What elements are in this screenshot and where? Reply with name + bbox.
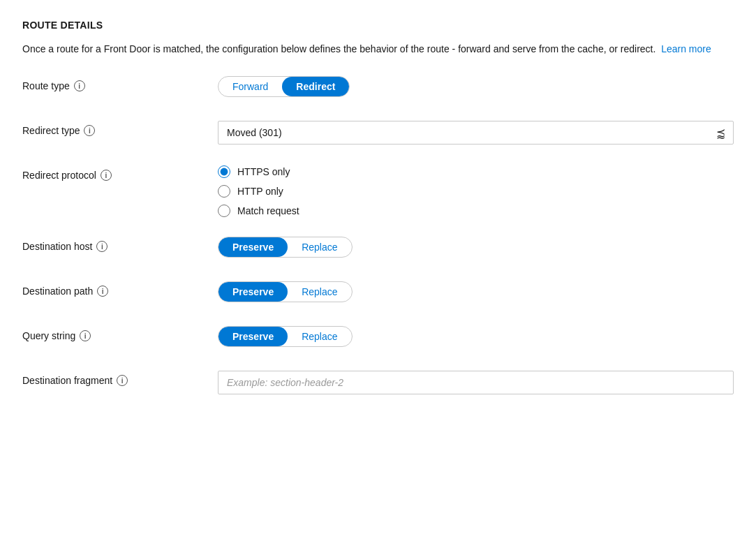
destination-host-toggle-group: Preserve Replace bbox=[218, 237, 353, 258]
destination-host-label: Destination host i bbox=[22, 237, 218, 252]
query-string-row: Query string i Preserve Replace bbox=[22, 326, 734, 351]
query-string-control: Preserve Replace bbox=[218, 326, 734, 347]
route-type-control: Forward Redirect bbox=[218, 76, 734, 97]
page-title: ROUTE DETAILS bbox=[22, 20, 734, 31]
radio-https-only-input[interactable] bbox=[218, 165, 230, 178]
redirect-protocol-label: Redirect protocol i bbox=[22, 165, 218, 181]
radio-https-only[interactable]: HTTPS only bbox=[218, 165, 734, 178]
redirect-protocol-radio-group: HTTPS only HTTP only Match request bbox=[218, 165, 734, 217]
description-text: Once a route for a Front Door is matched… bbox=[22, 43, 655, 54]
route-type-label: Route type i bbox=[22, 76, 218, 91]
destination-host-preserve-button[interactable]: Preserve bbox=[218, 237, 288, 257]
radio-http-only-input[interactable] bbox=[218, 185, 230, 198]
destination-host-control: Preserve Replace bbox=[218, 237, 734, 258]
destination-fragment-control bbox=[218, 371, 734, 394]
radio-https-only-label: HTTPS only bbox=[237, 166, 290, 177]
destination-host-info-icon[interactable]: i bbox=[96, 241, 108, 252]
query-string-replace-button[interactable]: Replace bbox=[288, 327, 351, 346]
radio-match-request-input[interactable] bbox=[218, 205, 230, 217]
redirect-protocol-row: Redirect protocol i HTTPS only HTTP only… bbox=[22, 165, 734, 217]
destination-path-preserve-button[interactable]: Preserve bbox=[218, 282, 288, 302]
destination-fragment-input[interactable] bbox=[218, 371, 734, 394]
redirect-protocol-info-icon[interactable]: i bbox=[101, 170, 112, 181]
redirect-type-row: Redirect type i Moved (301) Found (302) … bbox=[22, 121, 734, 146]
destination-fragment-info-icon[interactable]: i bbox=[117, 375, 128, 386]
redirect-type-label: Redirect type i bbox=[22, 121, 218, 136]
destination-path-control: Preserve Replace bbox=[218, 281, 734, 302]
route-type-redirect-button[interactable]: Redirect bbox=[282, 77, 349, 96]
redirect-type-control: Moved (301) Found (302) Temporary Redire… bbox=[218, 121, 734, 145]
query-string-label: Query string i bbox=[22, 326, 218, 341]
destination-host-replace-button[interactable]: Replace bbox=[288, 237, 351, 257]
route-type-row: Route type i Forward Redirect bbox=[22, 76, 734, 101]
radio-match-request-label: Match request bbox=[237, 205, 299, 216]
query-string-preserve-button[interactable]: Preserve bbox=[218, 327, 288, 346]
route-type-forward-button[interactable]: Forward bbox=[218, 77, 282, 96]
route-type-info-icon[interactable]: i bbox=[74, 80, 85, 91]
redirect-type-select-wrapper: Moved (301) Found (302) Temporary Redire… bbox=[218, 121, 734, 145]
route-type-toggle-group: Forward Redirect bbox=[218, 76, 350, 97]
page-description: Once a route for a Front Door is matched… bbox=[22, 42, 734, 57]
destination-path-toggle-group: Preserve Replace bbox=[218, 281, 353, 302]
radio-http-only[interactable]: HTTP only bbox=[218, 185, 734, 198]
destination-fragment-label: Destination fragment i bbox=[22, 371, 218, 386]
redirect-type-select[interactable]: Moved (301) Found (302) Temporary Redire… bbox=[218, 121, 734, 145]
radio-http-only-label: HTTP only bbox=[237, 186, 283, 197]
redirect-type-info-icon[interactable]: i bbox=[84, 125, 95, 136]
destination-path-info-icon[interactable]: i bbox=[97, 286, 108, 297]
learn-more-link[interactable]: Learn more bbox=[661, 43, 711, 54]
destination-path-row: Destination path i Preserve Replace bbox=[22, 281, 734, 306]
radio-match-request[interactable]: Match request bbox=[218, 205, 734, 217]
redirect-protocol-control: HTTPS only HTTP only Match request bbox=[218, 165, 734, 217]
query-string-toggle-group: Preserve Replace bbox=[218, 326, 353, 347]
destination-fragment-row: Destination fragment i bbox=[22, 371, 734, 396]
query-string-info-icon[interactable]: i bbox=[80, 330, 91, 341]
destination-path-label: Destination path i bbox=[22, 281, 218, 297]
destination-host-row: Destination host i Preserve Replace bbox=[22, 237, 734, 262]
destination-path-replace-button[interactable]: Replace bbox=[288, 282, 351, 302]
